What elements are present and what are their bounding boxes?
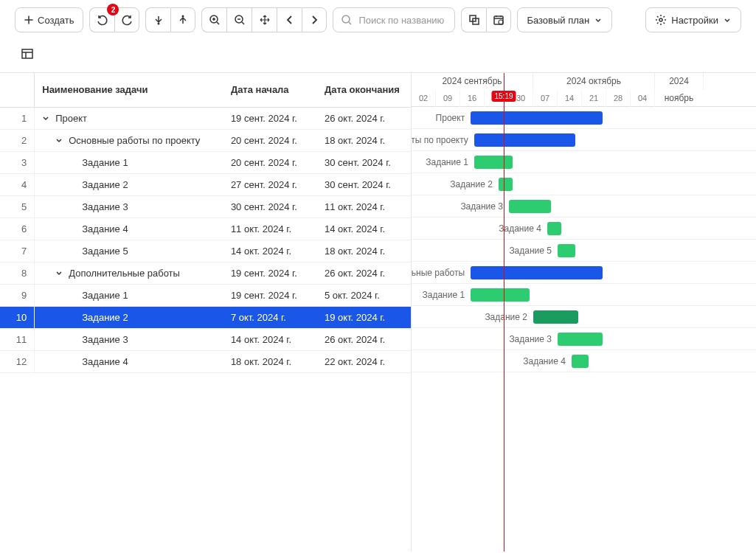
- table-row[interactable]: 9Задание 119 сент. 2024 г.5 окт. 2024 г.: [0, 284, 411, 306]
- zoom-out-button[interactable]: [226, 7, 252, 32]
- move-button[interactable]: [252, 7, 277, 32]
- end-date-cell[interactable]: 30 сент. 2024 г.: [317, 173, 411, 195]
- day-label: 14: [558, 90, 582, 107]
- table-row[interactable]: 12Задание 418 окт. 2024 г.22 окт. 2024 г…: [0, 350, 411, 372]
- gantt-bar[interactable]: Задание 2: [499, 178, 513, 191]
- start-date-cell[interactable]: 27 сент. 2024 г.: [223, 173, 317, 195]
- start-date-cell[interactable]: 7 окт. 2024 г.: [223, 306, 317, 328]
- col-end-header[interactable]: Дата окончания: [317, 73, 411, 107]
- table-row[interactable]: 8Дополнительные работы19 сент. 2024 г.26…: [0, 262, 411, 284]
- table-row[interactable]: 7Задание 514 окт. 2024 г.18 окт. 2024 г.: [0, 240, 411, 262]
- end-date-cell[interactable]: 30 сент. 2024 г.: [317, 151, 411, 173]
- start-date-cell[interactable]: 14 окт. 2024 г.: [223, 240, 317, 262]
- end-date-cell[interactable]: 18 окт. 2024 г.: [317, 240, 411, 262]
- task-name-cell[interactable]: Задание 1: [35, 284, 223, 306]
- gantt-bar[interactable]: Задание 2: [533, 310, 578, 324]
- gantt-bar[interactable]: Задание 1: [471, 288, 530, 302]
- baseline-label: Базовый план: [527, 15, 589, 26]
- start-date-cell[interactable]: 30 сент. 2024 г.: [223, 195, 317, 218]
- start-date-cell[interactable]: 14 окт. 2024 г.: [223, 328, 317, 350]
- end-date-cell[interactable]: 26 окт. 2024 г.: [317, 328, 411, 350]
- gantt-row: Проект: [412, 107, 756, 129]
- gantt-bar[interactable]: Задание 4: [547, 222, 561, 235]
- bar-label: Задание 4: [499, 223, 541, 234]
- end-date-cell[interactable]: 26 окт. 2024 г.: [317, 262, 411, 284]
- start-date-cell[interactable]: 20 сент. 2024 г.: [223, 151, 317, 173]
- end-date-cell[interactable]: 11 окт. 2024 г.: [317, 195, 411, 218]
- table-row[interactable]: 4Задание 227 сент. 2024 г.30 сент. 2024 …: [0, 173, 411, 195]
- chevron-down-icon[interactable]: [42, 114, 52, 122]
- col-num-header: [0, 73, 35, 107]
- next-button[interactable]: [302, 7, 327, 32]
- table-row[interactable]: 11Задание 314 окт. 2024 г.26 окт. 2024 г…: [0, 328, 411, 350]
- undo-button[interactable]: 2: [89, 7, 114, 32]
- chevron-down-icon[interactable]: [55, 269, 66, 276]
- col-start-header[interactable]: Дата начала: [223, 73, 317, 107]
- table-row[interactable]: 5Задание 330 сент. 2024 г.11 окт. 2024 г…: [0, 195, 411, 218]
- start-date-cell[interactable]: 20 сент. 2024 г.: [223, 129, 317, 151]
- month-row: 2024 сентябрь2024 октябрь2024 ноябрь: [412, 73, 756, 90]
- end-date-cell[interactable]: 14 окт. 2024 г.: [317, 218, 411, 240]
- prev-button[interactable]: [277, 7, 302, 32]
- start-date-cell[interactable]: 19 сент. 2024 г.: [223, 107, 317, 129]
- task-name-cell[interactable]: Проект: [35, 107, 223, 129]
- row-number: 10: [0, 306, 35, 328]
- day-row: 02091623300714212804: [412, 90, 756, 107]
- row-number: 6: [0, 218, 35, 240]
- gantt-bar[interactable]: Задание 5: [558, 244, 575, 257]
- zoom-in-button[interactable]: [201, 7, 226, 32]
- start-date-cell[interactable]: 18 окт. 2024 г.: [223, 350, 317, 372]
- table-row[interactable]: 10Задание 27 окт. 2024 г.19 окт. 2024 г.: [0, 306, 411, 328]
- gantt-row: ительные работы: [412, 262, 756, 284]
- gantt-row: Задание 1: [412, 151, 756, 173]
- table-row[interactable]: 3Задание 120 сент. 2024 г.30 сент. 2024 …: [0, 151, 411, 173]
- task-name-cell[interactable]: Основные работы по проекту: [35, 129, 223, 151]
- end-date-cell[interactable]: 22 окт. 2024 г.: [317, 350, 411, 372]
- start-date-cell[interactable]: 19 сент. 2024 г.: [223, 262, 317, 284]
- settings-button[interactable]: Настройки: [645, 7, 741, 32]
- search-input[interactable]: [358, 15, 447, 26]
- end-date-cell[interactable]: 19 окт. 2024 г.: [317, 306, 411, 328]
- gantt-row: Задание 4: [412, 350, 756, 372]
- task-name-cell[interactable]: Задание 4: [35, 218, 223, 240]
- row-number: 4: [0, 173, 35, 195]
- layout-button[interactable]: [15, 41, 40, 66]
- chevron-down-icon[interactable]: [55, 136, 66, 144]
- gantt-bar[interactable]: работы по проекту: [474, 133, 575, 147]
- outdent-button[interactable]: [145, 7, 170, 32]
- calendar-button[interactable]: [486, 7, 511, 32]
- table-row[interactable]: 6Задание 411 окт. 2024 г.14 окт. 2024 г.: [0, 218, 411, 240]
- task-name-cell[interactable]: Дополнительные работы: [35, 262, 223, 284]
- search-icon: [341, 14, 353, 26]
- create-button[interactable]: Создать: [15, 7, 83, 32]
- fullscreen-button[interactable]: [461, 7, 486, 32]
- gantt-bar[interactable]: Проект: [471, 111, 603, 125]
- start-date-cell[interactable]: 11 окт. 2024 г.: [223, 218, 317, 240]
- col-name-header[interactable]: Наименование задачи: [35, 73, 223, 107]
- task-name-cell[interactable]: Задание 3: [35, 195, 223, 218]
- gantt-bar[interactable]: Задание 4: [572, 355, 589, 368]
- task-name-cell[interactable]: Задание 2: [35, 173, 223, 195]
- end-date-cell[interactable]: 26 окт. 2024 г.: [317, 107, 411, 129]
- subbar: [0, 40, 756, 72]
- baseline-button[interactable]: Базовый план: [517, 7, 612, 32]
- svg-point-4: [342, 15, 350, 23]
- task-name-cell[interactable]: Задание 3: [35, 328, 223, 350]
- gantt-bar[interactable]: ительные работы: [471, 266, 603, 279]
- end-date-cell[interactable]: 18 окт. 2024 г.: [317, 129, 411, 151]
- task-name-cell[interactable]: Задание 2: [35, 306, 223, 328]
- task-name-cell[interactable]: Задание 1: [35, 151, 223, 173]
- gantt-bar[interactable]: Задание 3: [509, 200, 551, 213]
- table-row[interactable]: 1Проект19 сент. 2024 г.26 окт. 2024 г.: [0, 107, 411, 129]
- table-row[interactable]: 2Основные работы по проекту20 сент. 2024…: [0, 129, 411, 151]
- gantt-bar[interactable]: Задание 3: [558, 333, 603, 346]
- indent-button[interactable]: [170, 7, 195, 32]
- gantt-bar[interactable]: Задание 1: [474, 156, 513, 169]
- end-date-cell[interactable]: 5 окт. 2024 г.: [317, 284, 411, 306]
- gantt-row: Задание 3: [412, 328, 756, 350]
- bar-label: Задание 3: [509, 334, 552, 344]
- task-name-cell[interactable]: Задание 5: [35, 240, 223, 262]
- plus-icon: [24, 15, 33, 24]
- start-date-cell[interactable]: 19 сент. 2024 г.: [223, 284, 317, 306]
- task-name-cell[interactable]: Задание 4: [35, 350, 223, 372]
